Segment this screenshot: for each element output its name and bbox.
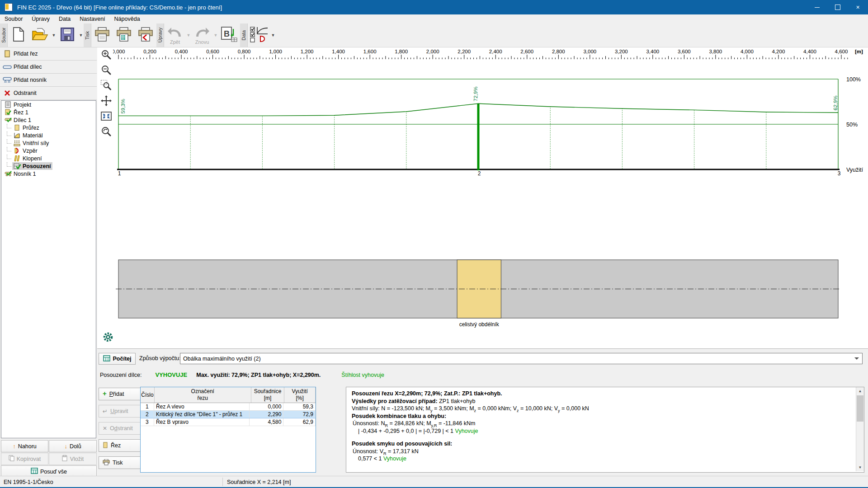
print-export-button[interactable] — [135, 23, 156, 47]
zoom-previous-button[interactable] — [99, 126, 113, 139]
calculation-method-select[interactable]: Obálka maximálního využití (2) — [180, 353, 863, 364]
tree-item-materi-l[interactable]: Materiál — [1, 131, 96, 139]
tree-item-label: Posouzení — [23, 163, 51, 169]
menu-úpravy[interactable]: Úpravy — [27, 15, 54, 23]
table-row[interactable]: 2Kritický řez dílce "Dílec 1" - průřez 1… — [141, 411, 316, 418]
tree-item-vzp-r[interactable]: Vzpěr — [1, 147, 96, 155]
results-scrollbar[interactable]: ▲ ▼ — [856, 387, 864, 471]
add-member-icon — [2, 64, 13, 70]
tree-item-label: Projekt — [14, 102, 31, 108]
utilization-chart: 0,0000,2000,4000,6000,8001,0001,2001,400… — [97, 47, 868, 348]
chevron-down-icon[interactable]: ▼ — [78, 23, 84, 47]
print-table-button[interactable]: Tisk — [99, 456, 143, 469]
zoom-window-button[interactable] — [99, 80, 113, 93]
tree-item-posouzen-[interactable]: Posouzení — [1, 162, 96, 170]
menu-data[interactable]: Data — [54, 15, 75, 23]
verdict-status: VYHOVUJE — [155, 371, 187, 378]
tree-connector — [7, 124, 11, 128]
sidebar-action-odstranit[interactable]: Odstranit — [0, 87, 97, 100]
section-mark: 1 — [118, 170, 121, 177]
zoom-out-button[interactable] — [99, 64, 113, 78]
close-button[interactable]: × — [848, 0, 868, 14]
tree-connector — [7, 139, 11, 144]
add-beam-icon — [2, 76, 13, 84]
pan-button[interactable] — [99, 95, 113, 108]
print-preview-button[interactable] — [113, 23, 135, 47]
result-line: Únosnosti: NR = 284,826 kN; My,R = -11,8… — [352, 420, 863, 427]
menu-nastavení[interactable]: Nastavení — [75, 15, 109, 23]
table-row[interactable]: 3Řez B vpravo4,58062,9 — [141, 418, 316, 426]
save-file-button[interactable] — [57, 23, 78, 47]
ruler-label: 2,000 — [426, 49, 439, 54]
data-view-button[interactable] — [248, 23, 270, 47]
minimize-button[interactable] — [807, 0, 827, 14]
move-down-button[interactable]: ↓Dolů — [49, 440, 97, 452]
sidebar: Přidat řezPřidat dílecPřidat nosníkOdstr… — [0, 47, 98, 476]
paste-button[interactable]: Vložit — [49, 453, 97, 465]
maximize-button[interactable] — [827, 0, 848, 14]
selected-method: Obálka maximálního využití (2) — [183, 356, 854, 362]
tree-item--ez-1[interactable]: Řez 1 — [1, 108, 96, 116]
menu-soubor[interactable]: Soubor — [0, 15, 27, 23]
tree-item-projekt[interactable]: Projekt — [1, 101, 96, 108]
slenderness-status: Štíhlost vyhovuje — [341, 372, 384, 378]
toolbar: Soubor▼▼TiskÚpravyZpět▼Znovu▼BData▼ — [0, 23, 868, 47]
tree-item-klopen-[interactable]: Klopení — [1, 155, 96, 162]
scrollbar-thumb[interactable] — [857, 395, 863, 422]
ruler-unit: [m] — [855, 49, 863, 54]
ruler-label: 0,000 — [112, 49, 125, 54]
remove-button[interactable]: ✕Odstranit — [99, 422, 143, 435]
app-icon — [5, 3, 13, 11]
chevron-down-icon[interactable]: ▼ — [51, 23, 57, 47]
ruler-label: 2,800 — [552, 49, 565, 54]
table-row[interactable]: 1Řez A vlevo0,00059,3 — [141, 403, 316, 411]
chevron-down-icon[interactable]: ▼ — [270, 23, 276, 47]
open-file-button[interactable] — [29, 23, 51, 47]
section-button[interactable]: Řez — [99, 439, 143, 452]
zoom-fit-button[interactable] — [99, 110, 113, 124]
copy-button[interactable]: Kopírovat — [1, 453, 48, 465]
chevron-down-icon[interactable]: ▼ — [186, 23, 191, 47]
menu-nápověda[interactable]: Nápověda — [110, 15, 145, 23]
tree-item-label: Vzpěr — [23, 148, 38, 154]
new-file-button[interactable] — [8, 23, 29, 47]
drawing-canvas[interactable]: 0,0000,2000,4000,6000,8001,0001,2001,400… — [97, 47, 868, 348]
buckling-icon — [14, 147, 21, 154]
scroll-up-icon[interactable]: ▲ — [856, 387, 864, 395]
calculate-button[interactable]: Počítej — [99, 353, 136, 365]
redo-button[interactable]: Znovu — [191, 23, 213, 47]
verdict-label: Posouzení dílce: — [100, 372, 142, 378]
edit-button[interactable]: ↵Upravit — [99, 405, 143, 418]
report-button[interactable]: B — [218, 23, 240, 47]
printer-small-icon — [103, 459, 110, 467]
internal-forces-icon — [14, 140, 21, 146]
down-arrow-icon: ↓ — [64, 443, 67, 450]
move-up-button[interactable]: ↑Nahoru — [1, 440, 48, 452]
chevron-down-icon[interactable]: ▼ — [213, 23, 218, 47]
tree-item-nosn-k-1[interactable]: Nosník 1 — [1, 170, 96, 178]
print-button[interactable] — [91, 23, 113, 47]
toolbar-group-label: Tisk — [84, 23, 91, 47]
tree-item-pr-ez[interactable]: Průřez — [1, 124, 96, 131]
sidebar-action-p-idat-ez[interactable]: Přidat řez — [0, 47, 97, 61]
tree-item-d-lec-1[interactable]: Dílec 1 — [1, 116, 96, 124]
sidebar-action-p-idat-nosn-k[interactable]: Přidat nosník — [0, 74, 97, 87]
add-button[interactable]: +Přidat — [99, 388, 143, 400]
settings-gear-icon[interactable] — [104, 333, 112, 341]
result-line: Posouzení řezu X=2,290m; 72,9%; Zat.P.: … — [352, 390, 863, 398]
scroll-down-icon[interactable]: ▼ — [856, 464, 864, 471]
member-check-icon — [5, 117, 12, 123]
ruler-label: 4,200 — [772, 49, 785, 54]
zoom-in-button[interactable] — [99, 49, 113, 62]
x-icon: ✕ — [103, 425, 107, 432]
save-icon — [60, 27, 75, 43]
y-axis-label: Využití — [846, 167, 863, 173]
open-file-icon — [32, 27, 49, 43]
undo-button[interactable]: Zpět — [164, 23, 186, 47]
ruler-label: 3,000 — [583, 49, 596, 54]
redo-icon — [194, 26, 210, 40]
svg-text:B: B — [224, 29, 230, 38]
ruler-label: 3,400 — [646, 49, 659, 54]
tree-item-vnit-n-s-ly[interactable]: Vnitřní síly — [1, 139, 96, 147]
sidebar-action-p-idat-d-lec[interactable]: Přidat dílec — [0, 61, 97, 74]
